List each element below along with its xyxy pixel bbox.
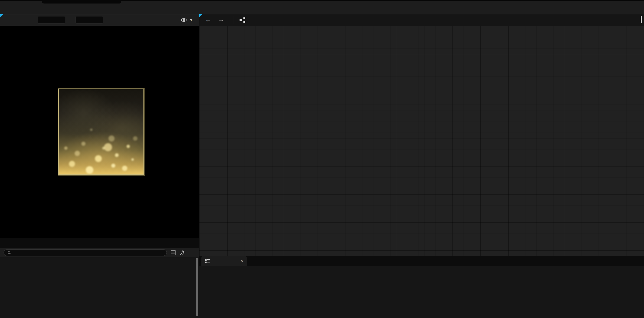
material-editor-window: ▾ ← →	[0, 0, 644, 318]
graph-scrollbar-nub[interactable]	[641, 16, 642, 23]
substrate-panel-body	[199, 266, 644, 318]
preview-x-input[interactable]	[38, 16, 65, 23]
preview-panel-header: ▾	[0, 14, 199, 26]
material-graph-canvas[interactable]	[199, 26, 644, 256]
back-arrow-icon[interactable]: ←	[205, 16, 212, 23]
panel-focus-corner	[199, 14, 202, 17]
settings-gear-icon[interactable]	[179, 250, 186, 256]
graph-header: ← →	[199, 14, 644, 26]
preview-bokeh-particles	[58, 89, 144, 175]
preview-quad	[58, 89, 144, 175]
display-filter-icon[interactable]	[170, 250, 176, 256]
details-search-row	[0, 248, 199, 257]
panel-focus-corner	[0, 14, 3, 17]
details-panel	[0, 238, 199, 318]
main-toolbar	[0, 0, 644, 14]
tab-substrate[interactable]: ×	[202, 256, 247, 266]
node-wires	[199, 26, 644, 256]
forward-arrow-icon[interactable]: →	[218, 16, 224, 23]
list-icon	[205, 258, 210, 264]
substrate-tab-strip: ×	[199, 256, 644, 266]
asset-tab-well	[42, 0, 121, 3]
preview-y-input[interactable]	[76, 16, 103, 23]
search-input[interactable]	[4, 249, 167, 256]
search-icon	[7, 250, 12, 255]
preview-options-chevron-icon[interactable]: ▾	[190, 17, 192, 23]
material-preview-viewport[interactable]	[0, 26, 199, 238]
divider	[233, 16, 234, 24]
visibility-eye-icon[interactable]	[180, 17, 187, 23]
close-icon[interactable]: ×	[240, 258, 243, 264]
details-tab-strip	[0, 238, 199, 248]
graph-glyph-icon	[239, 16, 246, 24]
details-scrollbar[interactable]	[196, 258, 198, 316]
